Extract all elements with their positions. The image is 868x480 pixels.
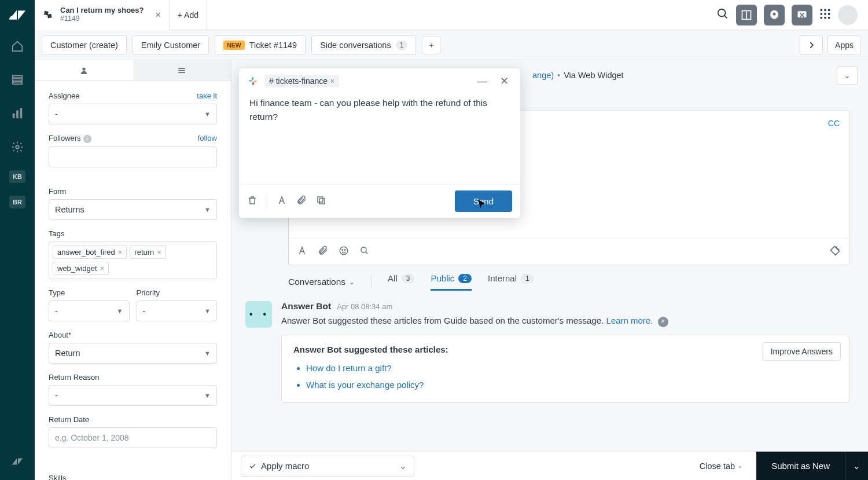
delete-icon[interactable] [247,195,258,207]
ticket-icon [43,9,54,21]
close-tab-dropdown[interactable]: Close tab⌄ [700,461,742,471]
svg-point-35 [345,250,346,251]
emoji-icon[interactable] [339,246,349,258]
attachment-icon[interactable] [318,246,328,258]
text-format-icon[interactable] [277,195,287,207]
profile-avatar[interactable] [838,5,858,25]
suggested-article-link[interactable]: How do I return a gift? [306,360,837,377]
apps-button[interactable]: Apps [827,35,861,55]
knowledge-capture-icon[interactable] [829,245,841,258]
search-icon[interactable] [716,8,729,22]
followers-input[interactable] [49,146,217,167]
svg-point-14 [718,9,726,17]
svg-rect-26 [821,17,822,19]
customer-tab[interactable]: Customer (create) [42,35,127,55]
user-subtab[interactable] [35,60,133,80]
followers-label: Followersi [49,134,91,143]
change-link-fragment[interactable]: ange) [532,71,554,80]
side-conversations-tab[interactable]: Side conversations 1 [311,35,416,55]
message-text: Answer Bot suggested these articles from… [281,314,849,328]
home-icon[interactable] [7,36,28,57]
about-select[interactable]: Return▼ [49,343,217,364]
info-icon[interactable]: i [83,135,91,143]
svg-line-37 [366,252,367,254]
learn-more-link[interactable]: Learn more. [606,316,653,325]
search-kb-icon[interactable] [359,246,370,258]
br-badge[interactable]: BR [9,196,25,208]
remove-tag-icon[interactable]: × [118,248,123,257]
popup-message-body[interactable]: Hi finance team - can you please help wi… [239,94,520,184]
conv-tab-public[interactable]: Public2 [431,273,472,291]
minimize-icon[interactable]: — [473,75,491,87]
context-tab-row: Customer (create) Emily Customer NEW Tic… [35,30,868,60]
svg-rect-5 [13,82,23,85]
chat-icon[interactable] [792,5,812,25]
send-button[interactable]: Send [455,190,512,212]
close-tab-icon[interactable]: × [155,10,160,20]
svg-rect-27 [824,17,826,19]
views-icon[interactable] [7,69,28,90]
apply-macro-dropdown[interactable]: Apply macro ⌄ [241,456,414,477]
add-context-tab[interactable]: + [422,36,440,54]
reporting-icon[interactable] [7,103,28,124]
submit-dropdown-toggle[interactable]: ⌄ [845,452,868,481]
skills-label: Skills [49,474,66,481]
type-select[interactable]: -▼ [49,301,130,321]
svg-rect-24 [824,13,826,14]
priority-select[interactable]: -▼ [137,301,218,321]
take-it-link[interactable]: take it [197,91,217,100]
ticket-properties-panel: Assignee take it -▼ Followersi follow Fo… [35,60,231,480]
suggested-article-link[interactable]: What is your exchange policy? [306,377,837,394]
about-label: About* [49,331,71,339]
svg-point-33 [340,247,348,255]
close-icon[interactable]: ✕ [496,75,512,87]
admin-gear-icon[interactable] [7,137,28,157]
improve-answers-button[interactable]: Improve Answers [763,342,841,361]
svg-rect-7 [16,111,19,119]
kb-badge[interactable]: KB [9,170,25,183]
tags-label: Tags [49,229,64,238]
collapse-button[interactable]: ⌄ [837,66,858,85]
cc-button[interactable]: CC [828,119,840,128]
panel-layout-icon[interactable] [736,5,757,25]
dismiss-icon[interactable]: × [658,317,668,327]
return-reason-label: Return Reason [49,373,99,382]
attachment-icon[interactable] [296,195,307,207]
ticket-subtab[interactable] [133,60,231,80]
type-label: Type [49,288,65,297]
add-tab[interactable]: + Add [170,0,207,30]
tag-item: web_widget× [53,262,109,275]
remove-tag-icon[interactable]: × [100,264,105,273]
svg-rect-39 [252,77,253,80]
conv-tab-internal[interactable]: Internal1 [488,273,534,291]
svg-rect-38 [249,80,252,82]
ticket-context-tab[interactable]: NEW Ticket #1149 [215,35,306,55]
sideconv-count: 1 [396,41,408,50]
sideconv-label: Side conversations [320,41,391,50]
app-grid-icon[interactable] [819,8,831,21]
channel-chip[interactable]: # tickets-finance × [264,75,339,87]
submit-button[interactable]: Submit as New [756,461,845,471]
svg-rect-25 [828,13,830,14]
expand-panel-button[interactable] [800,35,823,55]
talk-icon[interactable] [764,5,785,25]
form-select[interactable]: Returns▼ [49,199,217,220]
remove-tag-icon[interactable]: × [157,248,161,257]
copy-icon[interactable] [316,195,326,207]
suggestion-title: Answer Bot suggested these articles: [293,345,837,354]
return-date-input[interactable] [49,427,217,448]
assignee-select[interactable]: -▼ [49,104,217,124]
submit-button-group: Submit as New ⌄ [756,452,868,481]
left-nav: KB BR [0,0,35,480]
tags-box[interactable]: answer_bot_fired× return× web_widget× [49,241,217,279]
conversations-dropdown[interactable]: Conversations ⌄ [288,277,355,287]
remove-channel-icon[interactable]: × [330,76,334,86]
return-reason-select[interactable]: -▼ [49,385,217,406]
follow-link[interactable]: follow [198,134,217,142]
text-format-icon[interactable] [297,246,307,258]
zendesk-products-icon[interactable] [7,451,28,472]
customer-name-tab[interactable]: Emily Customer [133,35,209,55]
svg-rect-3 [13,76,23,78]
ticket-tab[interactable]: Can I return my shoes? #1149 × [35,0,170,30]
conv-tab-all[interactable]: All3 [388,273,414,291]
